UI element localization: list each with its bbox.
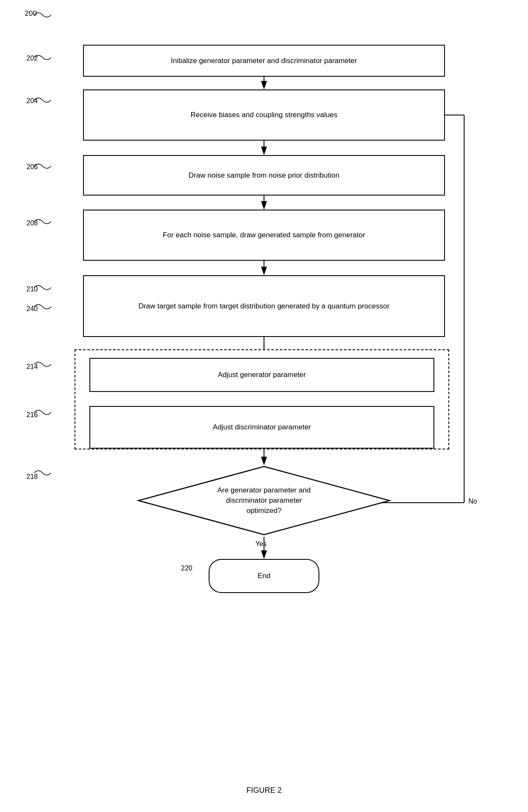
step-label-210: 210 (26, 285, 38, 293)
label-200: 200 (25, 9, 37, 18)
box-216: Adjust discriminator parameter (89, 406, 434, 449)
step-label-214: 214 (26, 363, 38, 371)
step-label-218: 218 (26, 473, 38, 481)
box-208: For each noise sample, draw generated sa… (83, 210, 445, 261)
box-214: Adjust generator parameter (89, 358, 434, 392)
step-label-202: 202 (26, 55, 38, 62)
diamond-text-218: Are generator parameter and discriminato… (217, 485, 311, 515)
box-206: Draw noise sample from noise prior distr… (83, 155, 445, 196)
step-label-220: 220 (181, 564, 192, 572)
step-label-204: 204 (26, 97, 38, 105)
diamond-218: Are generator parameter and discriminato… (83, 464, 445, 537)
step-label-240: 240 (26, 305, 38, 313)
box-202: Initialize generator parameter and discr… (83, 45, 445, 77)
step-label-208: 208 (26, 219, 38, 227)
box-220: End (209, 559, 319, 593)
yes-label: Yes (255, 540, 267, 548)
diagram-container: 200 202 Initialize generator parameter a… (0, 0, 528, 812)
step-label-216: 216 (26, 411, 38, 419)
step-label-206: 206 (26, 163, 38, 171)
box-210: Draw target sample from target distribut… (83, 275, 445, 337)
figure-label: FIGURE 2 (0, 786, 528, 795)
box-204: Receive biases and coupling strengths va… (83, 89, 445, 141)
no-label: No (468, 498, 477, 505)
